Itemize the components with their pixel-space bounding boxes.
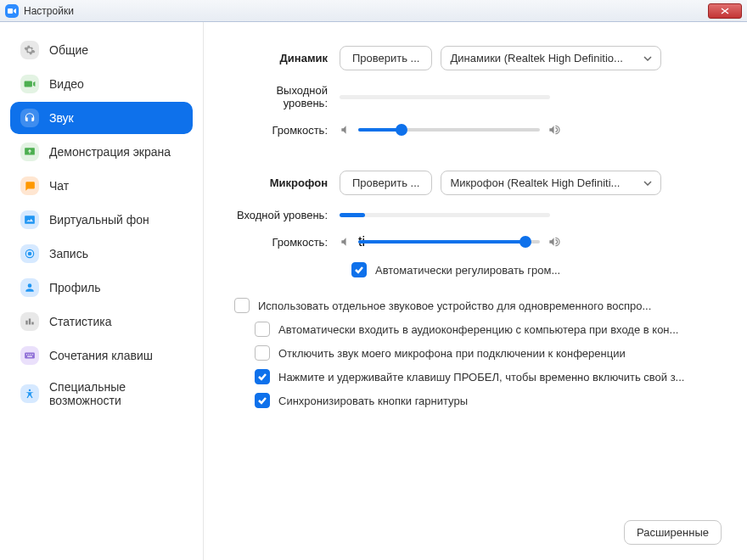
sidebar-item-label: Видео bbox=[49, 77, 84, 91]
volume-low-icon bbox=[340, 124, 351, 136]
push-to-talk-label: Нажмите и удерживайте клавишу ПРОБЕЛ, чт… bbox=[278, 371, 684, 384]
svg-rect-0 bbox=[8, 8, 13, 14]
volume-low-icon bbox=[340, 236, 351, 248]
chat-icon bbox=[20, 176, 39, 195]
mic-heading: Микрофон bbox=[229, 176, 340, 189]
sidebar-item-label: Звук bbox=[49, 111, 74, 125]
share-screen-icon bbox=[20, 143, 39, 161]
mic-volume-slider[interactable]: ti bbox=[358, 235, 540, 249]
keyboard-icon bbox=[20, 346, 39, 365]
sidebar-item-shortcuts[interactable]: Сочетания клавиш bbox=[10, 339, 193, 372]
svg-rect-4 bbox=[26, 354, 27, 355]
volume-high-icon bbox=[547, 236, 560, 248]
sidebar: Общие Видео Звук Демонстрация экрана Чат… bbox=[0, 22, 204, 560]
speaker-heading: Динамик bbox=[229, 52, 340, 64]
close-button[interactable] bbox=[708, 3, 742, 19]
mic-input-level bbox=[340, 213, 550, 217]
sidebar-item-profile[interactable]: Профиль bbox=[10, 272, 193, 304]
window-title: Настройки bbox=[24, 5, 74, 17]
speaker-output-level bbox=[340, 95, 550, 99]
sidebar-item-video[interactable]: Видео bbox=[10, 68, 193, 100]
mic-volume-label: Громкость: bbox=[229, 236, 340, 249]
separate-device-label: Использовать отдельное звуковое устройст… bbox=[258, 300, 651, 312]
sidebar-item-label: Демонстрация экрана bbox=[49, 145, 171, 159]
svg-rect-8 bbox=[27, 356, 32, 357]
headphones-icon bbox=[20, 109, 39, 127]
video-icon bbox=[20, 75, 39, 93]
sidebar-item-statistics[interactable]: Статистика bbox=[10, 305, 193, 338]
advanced-button[interactable]: Расширенные bbox=[624, 520, 722, 545]
volume-high-icon bbox=[547, 124, 560, 136]
svg-point-9 bbox=[29, 389, 31, 391]
speaker-device-text: Динамики (Realtek High Definitio... bbox=[450, 52, 622, 64]
gear-icon bbox=[20, 41, 39, 59]
titlebar: Настройки bbox=[0, 0, 747, 22]
test-mic-button[interactable]: Проверить ... bbox=[340, 171, 432, 195]
auto-adjust-label: Автоматически регулировать гром... bbox=[375, 264, 560, 277]
sidebar-item-share-screen[interactable]: Демонстрация экрана bbox=[10, 136, 193, 168]
app-icon bbox=[5, 4, 19, 18]
push-to-talk-checkbox[interactable] bbox=[255, 369, 270, 384]
sidebar-item-accessibility[interactable]: Специальные возможности bbox=[10, 373, 193, 414]
test-speaker-button[interactable]: Проверить ... bbox=[340, 46, 432, 70]
record-icon bbox=[20, 244, 39, 263]
svg-rect-6 bbox=[31, 354, 31, 355]
mic-device-text: Микрофон (Realtek High Definiti... bbox=[450, 176, 620, 189]
auto-adjust-checkbox[interactable] bbox=[351, 262, 367, 277]
sidebar-item-label: Общие bbox=[49, 43, 88, 57]
output-level-label: Выходной уровень: bbox=[229, 84, 340, 109]
sidebar-item-label: Специальные возможности bbox=[49, 380, 183, 407]
sidebar-item-chat[interactable]: Чат bbox=[10, 170, 193, 202]
mute-on-join-checkbox[interactable] bbox=[255, 345, 270, 361]
auto-join-label: Автоматически входить в аудиоконференцию… bbox=[278, 323, 678, 336]
svg-rect-5 bbox=[28, 354, 29, 355]
mute-on-join-label: Отключить звук моего микрофона при подкл… bbox=[278, 347, 626, 360]
separate-device-checkbox[interactable] bbox=[234, 298, 250, 313]
speaker-volume-label: Громкость: bbox=[229, 124, 340, 137]
sidebar-item-audio[interactable]: Звук bbox=[10, 102, 193, 134]
speaker-device-select[interactable]: Динамики (Realtek High Definitio... bbox=[441, 46, 661, 70]
sidebar-item-label: Чат bbox=[49, 179, 69, 193]
sidebar-item-label: Запись bbox=[49, 247, 88, 260]
sidebar-item-label: Профиль bbox=[49, 281, 100, 294]
profile-icon bbox=[20, 278, 39, 297]
sidebar-item-label: Виртуальный фон bbox=[49, 213, 149, 227]
chevron-down-icon bbox=[643, 56, 652, 61]
speaker-volume-slider[interactable] bbox=[358, 123, 540, 137]
sidebar-item-recording[interactable]: Запись bbox=[10, 238, 193, 270]
stats-icon bbox=[20, 312, 39, 331]
sidebar-item-label: Сочетания клавиш bbox=[49, 349, 153, 362]
mic-device-select[interactable]: Микрофон (Realtek High Definiti... bbox=[441, 171, 661, 195]
auto-join-checkbox[interactable] bbox=[255, 322, 270, 337]
sidebar-item-label: Статистика bbox=[49, 315, 112, 328]
svg-rect-3 bbox=[25, 353, 35, 359]
sidebar-item-virtual-bg[interactable]: Виртуальный фон bbox=[10, 204, 193, 236]
sync-headset-checkbox[interactable] bbox=[255, 393, 270, 408]
svg-point-2 bbox=[28, 252, 32, 256]
input-level-label: Входной уровень: bbox=[229, 209, 340, 221]
chevron-down-icon bbox=[643, 181, 652, 186]
svg-rect-7 bbox=[32, 354, 33, 355]
image-icon bbox=[20, 210, 39, 229]
sidebar-item-general[interactable]: Общие bbox=[10, 34, 193, 66]
sync-headset-label: Синхронизировать кнопки гарнитуры bbox=[278, 395, 468, 407]
main-panel: Динамик Проверить ... Динамики (Realtek … bbox=[204, 22, 747, 560]
accessibility-icon bbox=[20, 384, 39, 403]
